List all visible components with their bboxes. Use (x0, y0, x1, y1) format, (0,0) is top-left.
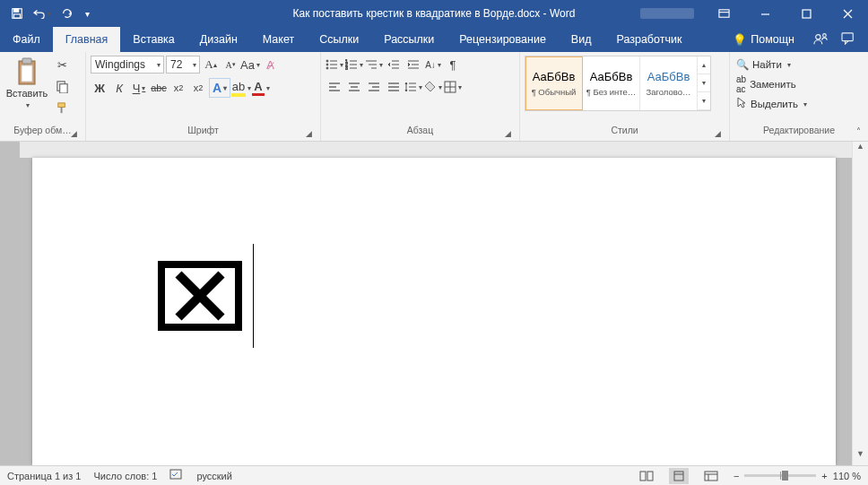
find-button[interactable]: 🔍Найти (734, 56, 793, 74)
group-clipboard: Вставить ✂ Буфер обм…◢ (0, 52, 86, 141)
web-layout-button[interactable] (701, 468, 721, 484)
word-count[interactable]: Число слов: 1 (93, 471, 157, 481)
zoom-slider[interactable] (744, 474, 816, 477)
maximize-button[interactable] (786, 0, 827, 27)
account-placeholder[interactable] (631, 0, 703, 27)
qat-customize-button[interactable]: ▾ (81, 2, 93, 25)
ribbon-display-options[interactable] (703, 0, 744, 27)
redo-button[interactable] (56, 2, 79, 25)
style-heading1[interactable]: АаБбВв Заголово… (640, 56, 698, 110)
sort-button[interactable]: A↓ (424, 56, 442, 74)
scroll-up-button[interactable]: ▲ (853, 142, 868, 158)
clear-formatting-button[interactable]: A̷ (261, 56, 279, 74)
bullets-button[interactable] (326, 56, 343, 74)
tab-references[interactable]: Ссылки (307, 27, 371, 52)
comments-icon[interactable] (841, 32, 855, 48)
svg-rect-60 (640, 472, 646, 481)
styles-gallery[interactable]: АаБбВв ¶ Обычный АаБбВв ¶ Без инте… АаБб… (525, 56, 711, 111)
align-left-button[interactable] (326, 78, 343, 96)
line-spacing-button[interactable] (404, 78, 422, 96)
zoom-out-button[interactable]: − (733, 471, 739, 481)
change-case-button[interactable]: Aa (241, 56, 259, 74)
zoom-control: − + 110 % (733, 471, 861, 481)
show-paragraph-marks-button[interactable]: ¶ (444, 56, 462, 74)
spellcheck-icon[interactable] (169, 469, 184, 483)
highlight-button[interactable]: ab (232, 79, 250, 97)
close-button[interactable] (827, 0, 868, 27)
tell-me[interactable]: 💡Помощн (727, 33, 800, 47)
styles-gallery-more[interactable]: ▴▾▾ (698, 56, 710, 110)
horizontal-ruler[interactable] (20, 142, 852, 158)
print-layout-button[interactable] (669, 468, 689, 484)
svg-point-8 (816, 34, 820, 39)
dialog-launcher[interactable]: ◢ (303, 128, 314, 139)
underline-button[interactable]: Ч (130, 79, 148, 97)
share-icon[interactable] (812, 31, 829, 48)
style-no-spacing[interactable]: АаБбВв ¶ Без инте… (583, 56, 640, 110)
tab-file[interactable]: Файл (0, 27, 53, 52)
tab-mailings[interactable]: Рассылки (371, 27, 447, 52)
align-center-button[interactable] (345, 78, 363, 96)
superscript-button[interactable]: x2 (189, 79, 207, 97)
zoom-in-button[interactable]: + (821, 471, 827, 481)
decrease-indent-button[interactable] (385, 56, 403, 74)
tab-developer[interactable]: Разработчик (603, 27, 694, 52)
dialog-launcher[interactable]: ◢ (502, 128, 513, 139)
justify-button[interactable] (385, 78, 403, 96)
increase-indent-button[interactable] (404, 56, 422, 74)
shading-button[interactable] (424, 78, 442, 96)
svg-rect-3 (718, 9, 728, 16)
italic-button[interactable]: К (110, 79, 128, 97)
numbering-button[interactable]: 123 (345, 56, 363, 74)
svg-rect-2 (14, 14, 21, 18)
font-color-button[interactable]: A (252, 79, 270, 97)
tab-view[interactable]: Вид (559, 27, 604, 52)
ballot-box-x-symbol (158, 261, 242, 331)
dialog-launcher[interactable]: ◢ (68, 128, 79, 139)
grow-font-button[interactable]: A▴ (202, 56, 220, 74)
copy-button[interactable] (53, 77, 71, 95)
read-mode-button[interactable] (637, 468, 656, 484)
cut-button[interactable]: ✂ (53, 56, 71, 74)
tab-layout[interactable]: Макет (250, 27, 307, 52)
minimize-button[interactable] (744, 0, 786, 27)
replace-button[interactable]: abacЗаменить (734, 75, 798, 93)
group-label: Абзац◢ (326, 125, 515, 141)
scroll-down-button[interactable]: ▼ (853, 449, 868, 465)
paste-label: Вставить (6, 88, 48, 109)
bold-button[interactable]: Ж (91, 79, 108, 97)
text-effects-button[interactable]: A (209, 78, 230, 98)
search-icon: 🔍 (736, 58, 749, 71)
page-indicator[interactable]: Страница 1 из 1 (7, 471, 81, 481)
style-normal[interactable]: АаБбВв ¶ Обычный (525, 56, 583, 110)
document-page[interactable] (32, 158, 836, 465)
tab-design[interactable]: Дизайн (187, 27, 250, 52)
undo-button[interactable] (30, 2, 54, 25)
tab-review[interactable]: Рецензирование (447, 27, 559, 52)
font-name-combo[interactable]: Wingdings (91, 56, 164, 74)
format-painter-button[interactable] (53, 99, 71, 117)
subscript-button[interactable]: x2 (169, 79, 187, 97)
dialog-launcher[interactable]: ◢ (712, 128, 723, 139)
collapse-ribbon-button[interactable]: ˄ (852, 126, 864, 139)
vertical-scrollbar[interactable]: ▲ ▼ (852, 142, 868, 465)
multilevel-list-button[interactable] (365, 56, 383, 74)
shrink-font-button[interactable]: A▾ (221, 56, 239, 74)
tab-insert[interactable]: Вставка (120, 27, 187, 52)
svg-rect-64 (705, 472, 717, 481)
select-button[interactable]: Выделить (734, 95, 809, 113)
save-button[interactable] (5, 2, 29, 25)
strikethrough-button[interactable]: abc (150, 79, 168, 97)
window-title: Как поставить крестик в квадратике в Вор… (293, 7, 576, 20)
font-size-combo[interactable]: 72 (166, 56, 200, 74)
tab-home[interactable]: Главная (53, 27, 121, 52)
borders-button[interactable] (444, 78, 462, 96)
align-right-button[interactable] (365, 78, 383, 96)
clipboard-icon (13, 57, 41, 86)
group-label: Редактирование (734, 125, 864, 141)
paste-button[interactable]: Вставить (4, 56, 49, 111)
ribbon-tabs: Файл Главная Вставка Дизайн Макет Ссылки… (0, 27, 868, 52)
group-editing: 🔍Найти abacЗаменить Выделить Редактирова… (730, 52, 868, 141)
language-indicator[interactable]: русский (196, 471, 231, 481)
zoom-value[interactable]: 110 % (833, 471, 861, 481)
